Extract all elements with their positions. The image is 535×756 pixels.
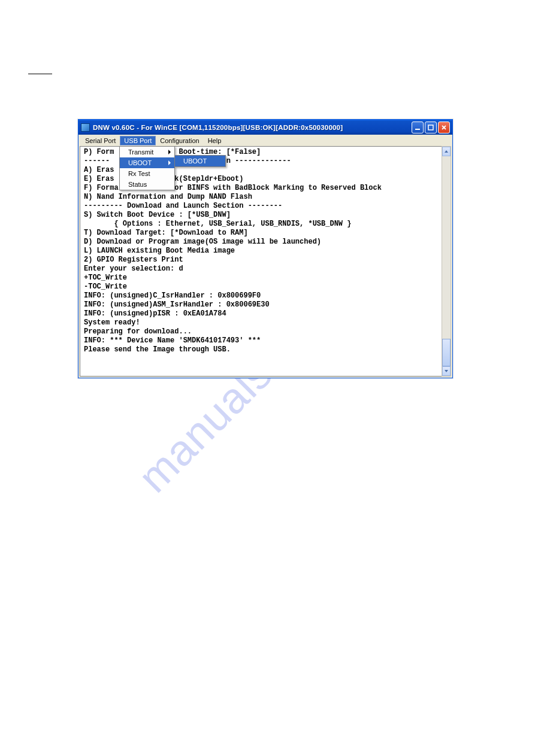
page-divider	[28, 74, 52, 74]
maximize-icon	[428, 125, 434, 130]
menu-item-status[interactable]: Status	[120, 179, 174, 190]
app-window: DNW v0.60C - For WinCE [COM1,115200bps][…	[78, 119, 453, 378]
menu-help[interactable]: Help	[204, 136, 226, 145]
close-button[interactable]	[438, 122, 450, 133]
maximize-button[interactable]	[425, 122, 437, 133]
scroll-up-button[interactable]	[442, 147, 451, 156]
menu-item-uboot[interactable]: UBOOT	[120, 157, 174, 168]
menubar: Serial PortUSB PortConfigurationHelp	[78, 135, 452, 146]
scroll-down-button[interactable]	[442, 366, 451, 376]
menu-serial-port[interactable]: Serial Port	[81, 136, 120, 145]
close-icon	[441, 125, 447, 130]
vertical-scrollbar[interactable]	[442, 146, 451, 377]
menu-configuration[interactable]: Configuration	[156, 136, 203, 145]
minimize-button[interactable]	[412, 122, 424, 133]
titlebar[interactable]: DNW v0.60C - For WinCE [COM1,115200bps][…	[78, 120, 452, 135]
submenu-arrow-icon	[168, 150, 171, 154]
minimize-icon	[415, 125, 421, 130]
menu-item-rx-test[interactable]: Rx Test	[120, 168, 174, 179]
chevron-up-icon	[444, 149, 449, 154]
svg-rect-1	[428, 125, 433, 130]
submenu-item-uboot[interactable]: UBOOT	[175, 156, 225, 166]
window-title: DNW v0.60C - For WinCE [COM1,115200bps][…	[93, 124, 409, 131]
scroll-thumb[interactable]	[442, 339, 451, 366]
app-icon	[81, 123, 90, 132]
menu-item-transmit[interactable]: Transmit	[120, 147, 174, 157]
window-controls	[412, 122, 450, 133]
usb-port-menu: TransmitUBOOTRx TestStatus	[119, 146, 175, 190]
svg-rect-0	[415, 129, 420, 130]
uboot-submenu: UBOOT	[174, 155, 226, 167]
menu-usb-port[interactable]: USB Port	[120, 136, 156, 145]
submenu-arrow-icon	[168, 160, 171, 165]
chevron-down-icon	[444, 369, 449, 374]
